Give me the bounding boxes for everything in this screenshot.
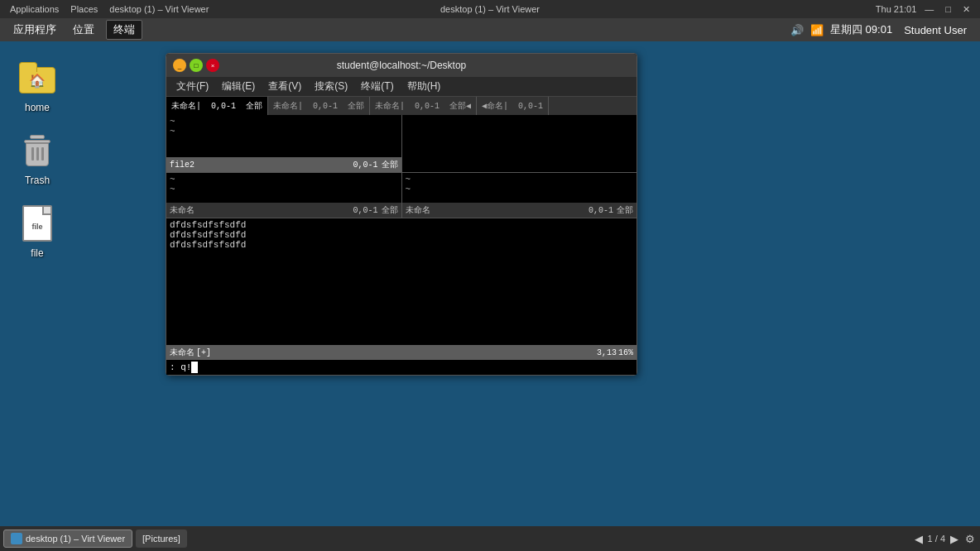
vim-split-lower-right-status: 未命名 0,0-1 全部 — [402, 203, 637, 218]
trash-icon — [17, 131, 57, 170]
page-indicator-text: 1 / 4 — [928, 534, 945, 544]
vim-container: 未命名| 0,0-1 全部 未命名| 0,0-1 全部 未命名| 0,0-1 全… — [166, 97, 637, 375]
vim-split-lower-right-content: ~ ~ — [402, 173, 637, 203]
vim-split-lower-left-content: ~ ~ — [166, 173, 401, 203]
vim-split-lower-left-status: 未命名 0,0-1 全部 — [166, 203, 401, 218]
terminal-menu-file[interactable]: 文件(F) — [171, 78, 214, 95]
desktop-icon-trash[interactable]: Trash — [8, 131, 66, 187]
vim-split-file2-flag: 全部 — [382, 159, 398, 170]
os-window-title-btn[interactable]: desktop (1) – Virt Viewer — [106, 3, 212, 15]
terminal-menu-search[interactable]: 搜索(S) — [310, 78, 353, 95]
os-time: Thu 21:01 — [876, 4, 917, 14]
os-applications-btn[interactable]: Applications — [7, 3, 62, 15]
taskbar-item-pictures[interactable]: [Pictures] — [136, 529, 187, 548]
vim-split-file2-content: ~ ~ — [166, 115, 401, 157]
terminal-menubar: 文件(F) 编辑(E) 查看(V) 搜索(S) 终端(T) 帮助(H) — [166, 77, 637, 97]
home-icon-label: home — [22, 101, 53, 114]
file-icon-label: file — [27, 247, 46, 260]
gnome-panel-left: 应用程序 位置 终端 — [8, 20, 142, 40]
taskbar-page-indicator: ◀ 1 / 4 ▶ ⚙ — [913, 533, 977, 545]
os-minimize-btn[interactable]: — — [921, 3, 937, 15]
desktop: 应用程序 位置 终端 🔊 📶 星期四 09:01 Student User 🏠 … — [0, 18, 980, 551]
page-settings-btn[interactable]: ⚙ — [963, 533, 977, 545]
desktop-icon-file[interactable]: file file — [8, 204, 66, 260]
vim-line-2: dfdsfsdfsfsdfd — [170, 230, 633, 240]
gnome-panel-right: 🔊 📶 星期四 09:01 Student User — [790, 22, 972, 38]
vim-tab-4[interactable]: ◀命名| 0,0-1 — [477, 97, 549, 115]
vim-split-lower-left-flag: 全部 — [382, 204, 398, 216]
terminal-title: student@localhost:~/Desktop — [223, 60, 580, 71]
vim-line-1: dfdsfsdfsfsdfd — [170, 220, 633, 230]
vim-main-pos: 3,13 — [597, 348, 617, 357]
taskbar-item-label-2: [Pictures] — [142, 534, 180, 544]
vim-split-file2-pos: 0,0-1 — [353, 161, 377, 170]
terminal-close-btn[interactable]: × — [206, 59, 219, 72]
trash-icon-label: Trash — [22, 174, 53, 187]
vim-split-file2-name: file2 — [170, 161, 195, 170]
terminal-menu-edit[interactable]: 编辑(E) — [217, 78, 260, 95]
terminal-window: _ □ × student@localhost:~/Desktop 文件(F) … — [166, 53, 637, 376]
os-topbar-center-title: desktop (1) – Virt Viewer — [440, 4, 540, 14]
terminal-menu-help[interactable]: 帮助(H) — [402, 78, 446, 95]
os-places-btn[interactable]: Places — [67, 3, 101, 15]
gnome-places-btn[interactable]: 位置 — [68, 21, 99, 39]
vim-main-name: 未命名 — [170, 347, 195, 358]
desktop-icon-home[interactable]: 🏠 home — [8, 58, 66, 114]
page-prev-btn[interactable]: ◀ — [913, 533, 925, 545]
vim-split-lower-right-flag: 全部 — [617, 204, 633, 216]
vim-split-lower-right-name: 未命名 — [406, 204, 430, 216]
file-icon: file — [17, 204, 57, 243]
vim-splits: ~ ~ file2 0,0-1 全部 — [166, 115, 637, 375]
os-topbar-left: Applications Places desktop (1) – Virt V… — [7, 3, 212, 15]
page-next-btn[interactable]: ▶ — [949, 533, 960, 545]
vim-main-tag: [+] — [196, 348, 211, 357]
gnome-panel: 应用程序 位置 终端 🔊 📶 星期四 09:01 Student User — [0, 18, 980, 41]
taskbar-item-icon — [11, 533, 22, 544]
terminal-minimize-btn[interactable]: _ — [173, 59, 186, 72]
gnome-apps-btn[interactable]: 应用程序 — [8, 21, 61, 39]
os-restore-btn[interactable]: □ — [942, 3, 954, 15]
vim-cmdline: : q! — [166, 360, 637, 375]
vim-main-statusbar: 未命名 [+] 3,13 16% — [166, 345, 637, 360]
gnome-volume-icon: 🔊 — [790, 24, 804, 36]
taskbar-item-virt-viewer[interactable]: desktop (1) – Virt Viewer — [3, 529, 132, 548]
vim-main-pct: 16% — [618, 348, 633, 357]
gnome-user-btn[interactable]: Student User — [899, 22, 972, 38]
terminal-maximize-btn[interactable]: □ — [190, 59, 203, 72]
vim-split-lower-left-name: 未命名 — [170, 204, 195, 216]
terminal-body[interactable]: 未命名| 0,0-1 全部 未命名| 0,0-1 全部 未命名| 0,0-1 全… — [166, 97, 637, 375]
desktop-icons-area: 🏠 home Trash — [0, 50, 108, 285]
terminal-titlebar: _ □ × student@localhost:~/Desktop — [166, 54, 637, 77]
vim-split-lower-right: ~ ~ 未命名 0,0-1 全部 — [402, 173, 637, 218]
vim-main-area: dfdsfsdfsfsdfd dfdsfsdfsfsdfd dfdsfsdfsf… — [166, 218, 637, 375]
vim-split-file2: ~ ~ file2 0,0-1 全部 — [166, 115, 402, 172]
os-close-btn[interactable]: ✕ — [959, 3, 973, 16]
os-topbar-right: Thu 21:01 — □ ✕ — [876, 3, 973, 16]
gnome-datetime: 星期四 09:01 — [830, 22, 892, 37]
taskbar-item-label-1: desktop (1) – Virt Viewer — [26, 534, 125, 544]
terminal-menu-terminal[interactable]: 终端(T) — [356, 78, 398, 95]
wm-buttons: _ □ × — [173, 59, 223, 72]
gnome-network-icon: 📶 — [810, 24, 824, 36]
vim-line-3: dfdsfsdfsfsdfd — [170, 240, 633, 250]
gnome-terminal-btn[interactable]: 终端 — [106, 20, 142, 40]
os-topbar: Applications Places desktop (1) – Virt V… — [0, 0, 980, 18]
vim-main-content: dfdsfsdfsfsdfd dfdsfsdfsfsdfd dfdsfsdfsf… — [166, 218, 637, 345]
vim-cmd-text: : q! — [170, 362, 191, 372]
vim-split-lower-left: ~ ~ 未命名 0,0-1 全部 — [166, 173, 402, 218]
vim-split-right-empty — [402, 115, 637, 172]
terminal-menu-view[interactable]: 查看(V) — [263, 78, 306, 95]
vim-tab-3[interactable]: 未命名| 0,0-1 全部◀ — [370, 97, 477, 115]
taskbar: desktop (1) – Virt Viewer [Pictures] ◀ 1… — [0, 526, 980, 551]
vim-split-lower-right-pos: 0,0-1 — [588, 206, 613, 215]
vim-cursor — [191, 362, 198, 373]
vim-split-lower-left-pos: 0,0-1 — [353, 206, 377, 215]
home-folder-icon: 🏠 — [17, 58, 57, 98]
vim-split-file2-status: file2 0,0-1 全部 — [166, 157, 401, 172]
vim-tab-1[interactable]: 未命名| 0,0-1 全部 — [166, 97, 268, 115]
vim-tabline: 未命名| 0,0-1 全部 未命名| 0,0-1 全部 未命名| 0,0-1 全… — [166, 97, 637, 115]
vim-tab-2[interactable]: 未命名| 0,0-1 全部 — [268, 97, 370, 115]
